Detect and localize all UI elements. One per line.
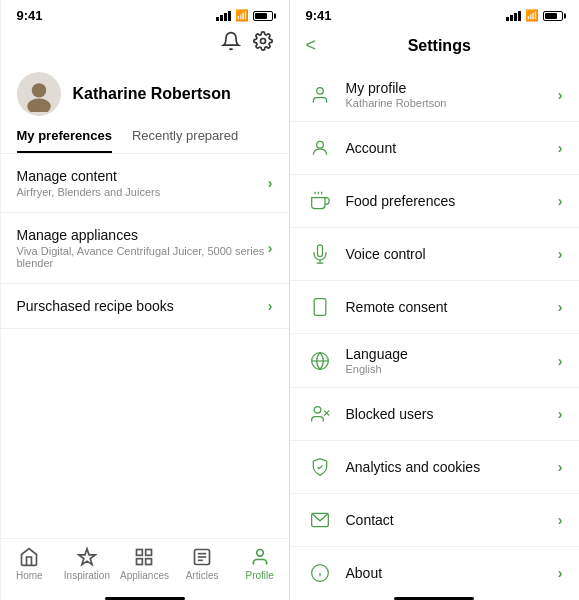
nav-articles[interactable]: Articles: [173, 547, 231, 581]
chevron-icon: ›: [268, 175, 273, 191]
back-button[interactable]: <: [306, 35, 317, 56]
settings-item-remote-consent[interactable]: Remote consent ›: [290, 281, 579, 334]
nav-articles-label: Articles: [186, 570, 219, 581]
svg-point-0: [260, 39, 265, 44]
tab-recently-prepared[interactable]: Recently prepared: [132, 128, 238, 153]
gear-icon[interactable]: [253, 31, 273, 56]
settings-item-my-profile[interactable]: My profile Katharine Robertson ›: [290, 68, 579, 122]
info-icon: [306, 559, 334, 587]
status-icons-right: 📶: [506, 9, 563, 22]
chevron-icon: ›: [558, 406, 563, 422]
right-screen: 9:41 📶 < Settings: [290, 0, 579, 600]
nav-home-label: Home: [16, 570, 43, 581]
status-bar-right: 9:41 📶: [290, 0, 579, 27]
chevron-icon: ›: [558, 299, 563, 315]
time-left: 9:41: [17, 8, 43, 23]
settings-list: My profile Katharine Robertson › Account…: [290, 68, 579, 593]
chevron-icon: ›: [558, 512, 563, 528]
status-bar-left: 9:41 📶: [1, 0, 289, 27]
settings-item-about[interactable]: About ›: [290, 547, 579, 593]
svg-point-13: [316, 141, 323, 148]
svg-rect-19: [314, 299, 326, 316]
chevron-icon: ›: [268, 298, 273, 314]
bottom-nav: Home Inspiration Appliances Articles: [1, 538, 289, 593]
profile-name: Katharine Robertson: [73, 85, 231, 103]
nav-profile[interactable]: Profile: [231, 547, 289, 581]
chevron-icon: ›: [558, 87, 563, 103]
avatar: [17, 72, 61, 116]
settings-item-account[interactable]: Account ›: [290, 122, 579, 175]
signal-icon-right: [506, 11, 521, 21]
phone-icon: [306, 293, 334, 321]
chevron-icon: ›: [558, 459, 563, 475]
svg-rect-6: [146, 559, 152, 565]
svg-point-1: [31, 83, 45, 97]
profile-section: Katharine Robertson: [1, 64, 289, 128]
bell-icon[interactable]: [221, 31, 241, 56]
menu-item-purchased-books[interactable]: Purschased recipe books ›: [1, 284, 289, 329]
nav-profile-label: Profile: [245, 570, 273, 581]
svg-point-11: [256, 550, 263, 557]
svg-point-23: [314, 407, 321, 414]
nav-home[interactable]: Home: [1, 547, 59, 581]
shield-icon: [306, 453, 334, 481]
wifi-icon: 📶: [235, 9, 249, 22]
mail-icon: [306, 506, 334, 534]
svg-rect-3: [137, 550, 143, 556]
chevron-icon: ›: [268, 240, 273, 256]
left-header: [1, 27, 289, 64]
settings-item-blocked-users[interactable]: Blocked users ›: [290, 388, 579, 441]
status-icons-left: 📶: [216, 9, 273, 22]
nav-appliances-label: Appliances: [120, 570, 169, 581]
nav-inspiration[interactable]: Inspiration: [58, 547, 116, 581]
account-icon: [306, 134, 334, 162]
settings-item-language[interactable]: Language English ›: [290, 334, 579, 388]
menu-item-manage-content[interactable]: Manage content Airfryer, Blenders and Ju…: [1, 154, 289, 213]
chevron-icon: ›: [558, 246, 563, 262]
svg-point-2: [27, 99, 50, 113]
left-screen: 9:41 📶: [1, 0, 290, 600]
time-right: 9:41: [306, 8, 332, 23]
profile-icon: [306, 81, 334, 109]
battery-icon-right: [543, 11, 563, 21]
settings-item-voice-control[interactable]: Voice control ›: [290, 228, 579, 281]
svg-point-12: [316, 87, 323, 94]
signal-icon: [216, 11, 231, 21]
chevron-icon: ›: [558, 565, 563, 581]
nav-inspiration-label: Inspiration: [64, 570, 110, 581]
settings-item-analytics[interactable]: Analytics and cookies ›: [290, 441, 579, 494]
settings-item-food-preferences[interactable]: Food preferences ›: [290, 175, 579, 228]
mic-icon: [306, 240, 334, 268]
globe-icon: [306, 347, 334, 375]
wifi-icon-right: 📶: [525, 9, 539, 22]
chevron-icon: ›: [558, 193, 563, 209]
food-icon: [306, 187, 334, 215]
blocked-icon: [306, 400, 334, 428]
menu-item-manage-appliances[interactable]: Manage appliances Viva Digital, Avance C…: [1, 213, 289, 284]
tab-my-preferences[interactable]: My preferences: [17, 128, 112, 153]
svg-rect-5: [137, 559, 143, 565]
nav-appliances[interactable]: Appliances: [116, 547, 174, 581]
chevron-icon: ›: [558, 140, 563, 156]
tabs: My preferences Recently prepared: [1, 128, 289, 154]
chevron-icon: ›: [558, 353, 563, 369]
svg-rect-4: [146, 550, 152, 556]
settings-item-contact[interactable]: Contact ›: [290, 494, 579, 547]
settings-header: < Settings: [290, 27, 579, 68]
menu-list: Manage content Airfryer, Blenders and Ju…: [1, 154, 289, 538]
battery-icon: [253, 11, 273, 21]
settings-title: Settings: [316, 37, 562, 55]
